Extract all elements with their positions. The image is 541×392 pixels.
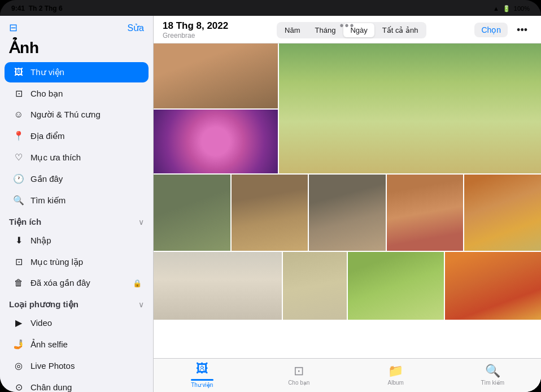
import-icon: ⬇: [12, 235, 25, 246]
tab-bar: 🖼 Thư viện ⊡ Cho bạn 📁 Album 🔍 Tìm kiếm: [154, 358, 541, 392]
battery-icon: 🔋: [503, 5, 511, 12]
photo-cell-bottle[interactable]: [154, 252, 282, 320]
mediatype-section-header[interactable]: Loại phương tiện ∨: [0, 294, 153, 312]
tab-album-label: Album: [388, 380, 404, 386]
sidebar-item-import-label: Nhập: [30, 236, 51, 246]
tab-year[interactable]: Năm: [278, 23, 307, 37]
tab-album-icon: 📁: [388, 364, 403, 378]
tab-month[interactable]: Tháng: [308, 23, 343, 37]
sidebar-item-library-label: Thư viện: [30, 67, 64, 77]
wifi-icon: ▲: [493, 5, 499, 12]
photo-cell-person-large[interactable]: [279, 43, 541, 173]
sidebar-edit-button[interactable]: Sửa: [127, 23, 144, 33]
sidebar-scroll: 🖼 Thư viện ⊡ Cho bạn ☺ Người & Thú cưng …: [0, 62, 153, 392]
status-time: 9:41 Th 2 Thg 6: [11, 5, 63, 12]
sidebar-item-selfie-label: Ảnh selfie: [30, 339, 68, 350]
photo-cell-colorful2[interactable]: [445, 252, 541, 320]
sidebar-item-foryou[interactable]: ⊡ Cho bạn: [5, 83, 149, 104]
recent-icon: 🕐: [12, 173, 25, 184]
photo-cell-colorful-fruits[interactable]: [464, 175, 541, 251]
foryou-icon: ⊡: [12, 88, 25, 99]
photo-small-row: [154, 175, 541, 251]
tab-search-label: Tìm kiếm: [481, 380, 504, 386]
photo-area: 18 Thg 8, 2022 Greenbrae ••• Năm Tháng N…: [154, 16, 541, 392]
status-bar: 9:41 Th 2 Thg 6 ▲ 🔋 100%: [0, 0, 541, 16]
photo-cell-person1[interactable]: [154, 43, 278, 108]
photo-left-column: [154, 43, 278, 173]
sidebar-item-recentlydeleted[interactable]: 🗑 Đã xóa gần đây 🔒: [5, 273, 149, 293]
photo-cell-flower[interactable]: [154, 110, 278, 173]
photo-location: Greenbrae: [163, 32, 228, 40]
photo-cell-kitchen2[interactable]: [309, 175, 386, 251]
status-icons: ▲ 🔋 100%: [493, 5, 530, 12]
sidebar-item-foryou-label: Cho bạn: [30, 89, 63, 99]
sidebar-item-duplicates-label: Mục trùng lặp: [30, 257, 83, 267]
photo-header-actions: Chọn •••: [474, 22, 532, 38]
tab-library-label: Thư viện: [191, 382, 213, 388]
library-icon: 🖼: [12, 67, 25, 77]
utilities-section-header[interactable]: Tiện ích ∨: [0, 211, 153, 229]
sidebar-item-library[interactable]: 🖼 Thư viện: [5, 62, 149, 82]
tab-album[interactable]: 📁 Album: [347, 364, 444, 386]
photo-cell-kitchen1[interactable]: [154, 175, 230, 251]
utilities-section-title: Tiện ích: [9, 217, 41, 227]
photo-grid: [154, 43, 541, 358]
photo-cell-bread[interactable]: [232, 175, 308, 251]
tab-foryou[interactable]: ⊡ Cho bạn: [251, 364, 348, 386]
sidebar-item-import[interactable]: ⬇ Nhập: [5, 230, 149, 251]
photo-date-area: 18 Thg 8, 2022 Greenbrae: [163, 20, 228, 40]
sidebar-item-deleted-label: Đã xóa gần đây: [30, 278, 90, 288]
photo-cell-fruits[interactable]: [387, 175, 464, 251]
photo-top-section: [154, 43, 541, 173]
more-options-button[interactable]: •••: [512, 22, 532, 38]
ipad-frame: 9:41 Th 2 Thg 6 ▲ 🔋 100% ⊟ Sửa Ảnh 🖼 Thư…: [0, 0, 541, 392]
sidebar-item-livephotos[interactable]: ◎ Live Photos: [5, 355, 149, 376]
tab-search-icon: 🔍: [485, 364, 500, 378]
sidebar: ⊟ Sửa Ảnh 🖼 Thư viện ⊡ Cho bạn ☺ Người &…: [0, 16, 154, 392]
mediatype-section-title: Loại phương tiện: [9, 299, 78, 310]
sidebar-toggle-icon[interactable]: ⊟: [9, 21, 18, 34]
sidebar-title: Ảnh: [0, 36, 153, 62]
photo-bottom-row: [154, 252, 541, 320]
deleted-icon: 🗑: [12, 278, 25, 288]
photo-cell-bottle2[interactable]: [283, 252, 347, 320]
tab-library[interactable]: 🖼 Thư viện: [154, 361, 251, 388]
sidebar-item-portrait-label: Chân dung: [30, 382, 72, 392]
portrait-icon: ⊙: [12, 382, 25, 392]
duplicates-icon: ⊡: [12, 256, 25, 267]
sidebar-item-portrait[interactable]: ⊙ Chân dung: [5, 377, 149, 392]
sidebar-item-places-label: Địa điểm: [30, 131, 65, 141]
top-dots-icon[interactable]: •••: [339, 19, 355, 32]
sidebar-header: ⊟ Sửa: [0, 16, 153, 36]
sidebar-item-recent[interactable]: 🕐 Gần đây: [5, 168, 149, 189]
lock-icon: 🔒: [133, 279, 142, 288]
livephotos-icon: ◎: [12, 360, 25, 371]
select-button[interactable]: Chọn: [474, 23, 508, 37]
photo-date: 18 Thg 8, 2022: [163, 20, 228, 32]
tab-allphotos[interactable]: Tất cả ảnh: [376, 23, 425, 37]
sidebar-item-search[interactable]: 🔍 Tìm kiếm: [5, 190, 149, 211]
tab-library-indicator: [191, 379, 213, 381]
places-icon: 📍: [12, 130, 25, 141]
sidebar-item-people[interactable]: ☺ Người & Thú cưng: [5, 104, 149, 125]
sidebar-item-livephotos-label: Live Photos: [30, 361, 75, 371]
sidebar-item-people-label: Người & Thú cưng: [30, 110, 101, 120]
tab-library-icon: 🖼: [196, 361, 208, 376]
photo-cell-green-sliced[interactable]: [348, 252, 444, 320]
utilities-chevron-icon: ∨: [138, 217, 144, 227]
sidebar-item-video-label: Video: [30, 318, 52, 328]
sidebar-item-favorites-label: Mục ưa thích: [30, 153, 81, 163]
video-icon: ▶: [12, 317, 25, 328]
mediatype-chevron-icon: ∨: [138, 300, 144, 309]
tab-foryou-label: Cho bạn: [288, 380, 309, 386]
favorites-icon: ♡: [12, 152, 25, 163]
sidebar-item-video[interactable]: ▶ Video: [5, 312, 149, 333]
search-sidebar-icon: 🔍: [12, 195, 25, 206]
sidebar-item-duplicates[interactable]: ⊡ Mục trùng lặp: [5, 251, 149, 272]
sidebar-item-selfie[interactable]: 🤳 Ảnh selfie: [5, 334, 149, 355]
tab-search[interactable]: 🔍 Tìm kiếm: [444, 364, 542, 386]
tab-foryou-icon: ⊡: [294, 364, 304, 378]
sidebar-item-places[interactable]: 📍 Địa điểm: [5, 125, 149, 146]
sidebar-item-favorites[interactable]: ♡ Mục ưa thích: [5, 147, 149, 168]
sidebar-item-recent-label: Gần đây: [30, 174, 63, 184]
